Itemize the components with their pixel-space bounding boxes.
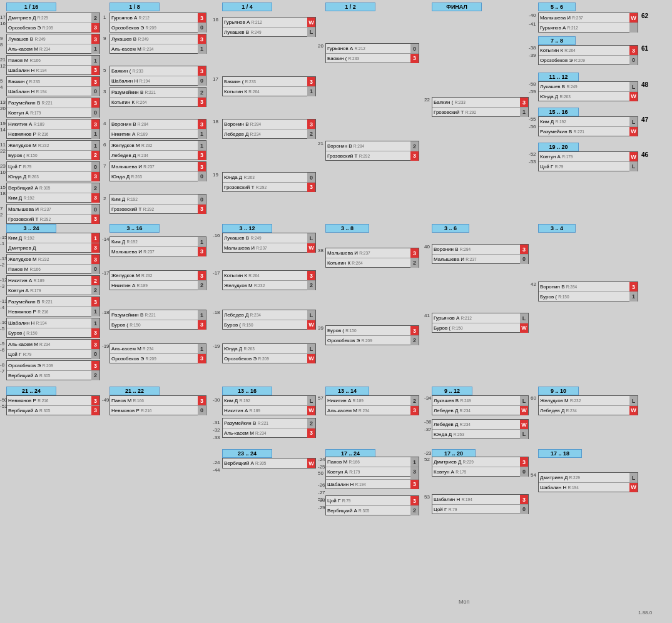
player-name: Юнда Д R:263 bbox=[539, 94, 629, 99]
score: 0 bbox=[198, 172, 206, 181]
player-row: Малышева И R:237 3 bbox=[110, 162, 206, 171]
player-name: Лукашев В R:249 bbox=[110, 36, 198, 42]
match-lb-54: Дмитриев Д R:229 L Шабалин Н R:194 W bbox=[538, 472, 638, 492]
match-num: -19 bbox=[213, 343, 220, 349]
score: 3 bbox=[198, 66, 206, 76]
player-name: Ким Д R:192 bbox=[539, 119, 629, 124]
match-num: -7 bbox=[0, 368, 4, 374]
match-r2-2: Лукашев В R:249 3 Аль-касем М R:234 1 bbox=[109, 34, 206, 54]
match-num: -34 bbox=[424, 395, 432, 401]
score: 3 bbox=[198, 98, 206, 107]
player-row: Шабалин Н R:194 0 bbox=[110, 76, 206, 85]
player-row: Юнда Д R:263 W bbox=[539, 91, 638, 101]
match-num: 52 bbox=[424, 457, 430, 462]
match-num: 18 bbox=[0, 191, 6, 196]
score: 2 bbox=[410, 258, 419, 268]
score: 3 bbox=[629, 282, 638, 291]
match-num: 9 bbox=[103, 36, 106, 41]
score: W bbox=[629, 406, 638, 415]
match-r2-1: Гурьянов А R:212 3 Орозобеков Э R:209 0 bbox=[109, 13, 206, 33]
match-num: -18 bbox=[102, 310, 109, 315]
score: 0 bbox=[520, 255, 528, 264]
match-num: 19 bbox=[0, 121, 6, 126]
score: 3 bbox=[307, 271, 315, 280]
match-num: -24 bbox=[213, 460, 220, 465]
match-num: 16 bbox=[0, 21, 6, 26]
score: 1 bbox=[410, 457, 419, 467]
match-lb-60: Желудков М R:232 L Лебедев Д R:234 W bbox=[538, 395, 638, 415]
player-row: Шабалин Н R:194 3 bbox=[7, 65, 99, 74]
score: 2 bbox=[410, 506, 419, 515]
match-num: 60 bbox=[531, 395, 536, 401]
header-1920: 19 .. 20 bbox=[538, 143, 579, 151]
match-num: -52 bbox=[529, 151, 536, 157]
player-name: Ковтун А R:179 bbox=[7, 110, 91, 116]
match-num: -3 bbox=[0, 283, 4, 289]
player-name: Грозовский Т R:292 bbox=[326, 153, 410, 159]
score: 3 bbox=[91, 119, 99, 129]
score bbox=[629, 23, 638, 33]
match-num: 9 bbox=[0, 36, 3, 41]
player-name: Панов М R:166 bbox=[110, 398, 198, 403]
match-num: -6 bbox=[0, 347, 4, 353]
player-name: Никитин А R:189 bbox=[7, 121, 91, 127]
score: 1 bbox=[198, 44, 206, 54]
place-score-1112: 48 bbox=[641, 81, 648, 88]
player-name: Лукашев В R:249 bbox=[7, 36, 91, 42]
player-name: Аль-касем М R:234 bbox=[110, 346, 198, 352]
match-num: 4 bbox=[0, 84, 3, 90]
player-name: Гурьянов А R:212 bbox=[326, 46, 410, 51]
header-lb-1718: 17 .. 18 bbox=[538, 449, 582, 458]
score: 1 bbox=[520, 108, 528, 117]
match-10: Малышева И R:237 0 Грозовский Т R:292 3 bbox=[6, 204, 100, 224]
score: 2 bbox=[410, 396, 419, 405]
match-num: -58 bbox=[529, 81, 536, 87]
match-num: -24 bbox=[318, 457, 325, 462]
score: 0 bbox=[307, 173, 315, 182]
player-row: Лебедев Д R:234 2 bbox=[223, 129, 315, 138]
match-num: 17 bbox=[0, 14, 6, 20]
score: 2 bbox=[198, 88, 206, 97]
match-lb-34: Лукашев В R:249 L Малышева И R:237 W bbox=[222, 233, 316, 253]
player-row: Буров ( R:150 2 bbox=[7, 150, 99, 160]
player-name: Грозовский Т R:292 bbox=[110, 206, 198, 212]
player-row: Лебедев Д R:234 W bbox=[432, 420, 528, 429]
player-row: Ким Д R:192 1 bbox=[110, 237, 206, 246]
player-name: Невмянов Р R:216 bbox=[7, 398, 91, 403]
match-num: 2 bbox=[0, 212, 3, 218]
match-num: 14 bbox=[0, 127, 6, 133]
player-name: Воронин В R:284 bbox=[326, 143, 410, 149]
player-row: Орозобеков Э R:209 0 bbox=[539, 55, 638, 64]
score: 3 bbox=[91, 406, 99, 415]
match-num: -39 bbox=[529, 53, 536, 58]
player-row: Котыгин К R:264 2 bbox=[326, 258, 419, 267]
player-name: Вербицкий А R:305 bbox=[7, 408, 91, 413]
player-name: Ким Д R:192 bbox=[7, 235, 91, 241]
player-name: Ким Д R:192 bbox=[7, 195, 91, 201]
match-num: -10 bbox=[0, 320, 8, 325]
player-name: Грозовский Т R:292 bbox=[432, 109, 520, 115]
match-num: -44 bbox=[213, 467, 220, 473]
score: W bbox=[307, 320, 315, 330]
score: 3 bbox=[410, 326, 419, 335]
player-name: Лукашев В R:249 bbox=[223, 29, 307, 35]
player-name: Ковтун А R:179 bbox=[7, 288, 91, 293]
player-row: Разумейкин В R:221 1 bbox=[110, 310, 206, 320]
score: 1 bbox=[198, 310, 206, 320]
player-row: Буров ( R:150 W bbox=[432, 323, 528, 332]
player-name: Гурьянов А R:212 bbox=[223, 19, 307, 25]
player-name: Воронин В R:284 bbox=[432, 246, 520, 252]
match-r2-7: Малышева И R:237 3 Юнда Д R:263 0 bbox=[109, 161, 206, 181]
header-lb-1316: 13 .. 16 bbox=[222, 387, 272, 395]
score: 3 bbox=[520, 457, 528, 467]
player-row: Лукашев В R:249 L bbox=[223, 27, 315, 36]
player-row: Невмянов Р R:216 1 bbox=[7, 129, 99, 138]
match-num: 2 bbox=[103, 196, 106, 201]
player-name: Желудков М R:232 bbox=[110, 273, 198, 278]
header-lb-312: 3 .. 12 bbox=[222, 224, 272, 233]
match-num: -51 bbox=[0, 403, 8, 409]
player-row: Аль-касем М R:234 3 bbox=[223, 428, 315, 437]
score: 3 bbox=[91, 193, 99, 203]
match-num: 50 bbox=[318, 470, 323, 476]
player-name: Желудков М R:232 bbox=[539, 398, 629, 403]
